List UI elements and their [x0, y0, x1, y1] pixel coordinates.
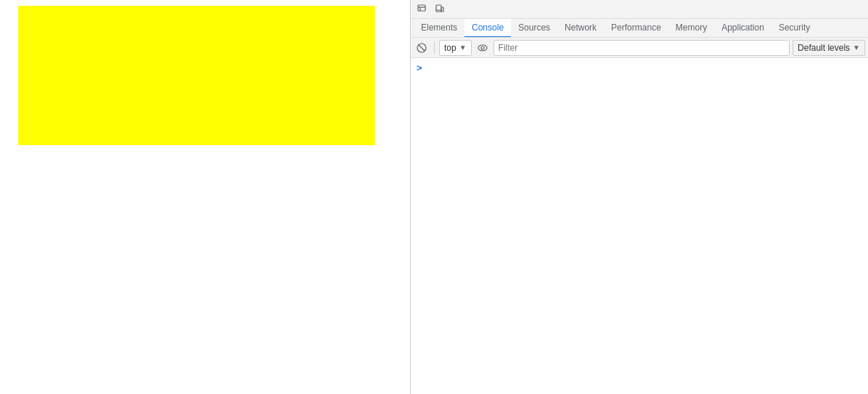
tab-elements[interactable]: Elements: [414, 19, 464, 38]
yellow-box: [18, 6, 375, 145]
filter-input[interactable]: [499, 43, 785, 53]
svg-point-9: [481, 46, 484, 49]
browser-page: [0, 0, 410, 394]
svg-line-7: [419, 45, 425, 51]
context-dropdown-arrow: ▼: [459, 44, 467, 52]
device-toggle-button[interactable]: [431, 1, 449, 18]
context-label: top: [444, 43, 456, 53]
console-caret[interactable]: >: [411, 61, 868, 75]
tab-security[interactable]: Security: [771, 19, 817, 38]
filter-input-wrap[interactable]: [494, 40, 790, 56]
devtools-top-toolbar: [411, 0, 868, 19]
svg-rect-3: [436, 5, 441, 12]
devtools-tabs: Elements Console Sources Network Perform…: [411, 19, 868, 38]
default-levels-label: Default levels: [798, 43, 850, 53]
context-select[interactable]: top ▼: [439, 40, 472, 56]
console-toolbar: top ▼ Default levels ▼: [411, 38, 868, 58]
default-levels-arrow: ▼: [853, 44, 860, 52]
tab-network[interactable]: Network: [557, 19, 604, 38]
svg-rect-0: [418, 5, 425, 11]
tab-application[interactable]: Application: [714, 19, 771, 38]
svg-rect-4: [441, 7, 443, 12]
console-content[interactable]: >: [411, 58, 868, 394]
inspect-element-button[interactable]: [414, 1, 431, 18]
tab-memory[interactable]: Memory: [668, 19, 714, 38]
eye-icon-button[interactable]: [475, 40, 491, 56]
clear-console-button[interactable]: [414, 40, 430, 56]
svg-point-8: [478, 45, 487, 51]
tab-performance[interactable]: Performance: [604, 19, 668, 38]
toolbar-separator-1: [434, 42, 435, 54]
default-levels-button[interactable]: Default levels ▼: [793, 40, 865, 56]
tab-console[interactable]: Console: [464, 19, 511, 38]
devtools-panel: Elements Console Sources Network Perform…: [411, 0, 868, 394]
tab-sources[interactable]: Sources: [511, 19, 557, 38]
